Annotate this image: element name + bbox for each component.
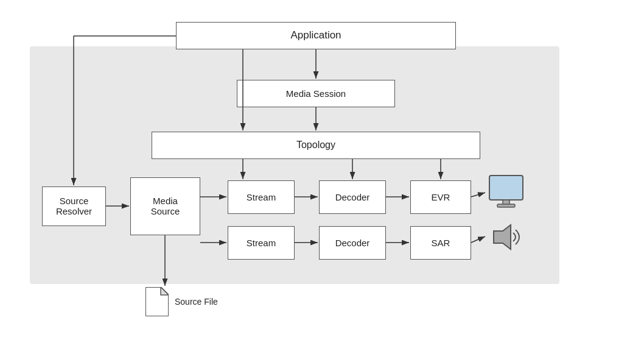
source-resolver-box: Source Resolver [42,186,106,226]
application-box: Application [176,22,456,49]
sar-box: SAR [410,226,471,260]
svg-rect-2 [497,204,515,207]
svg-marker-5 [161,287,169,295]
svg-rect-0 [489,176,523,200]
evr-box: EVR [410,180,471,214]
stream1-box: Stream [228,180,295,214]
decoder2-box: Decoder [319,226,386,260]
media-source-box: Media Source [130,177,200,235]
speaker-icon [488,222,521,249]
svg-marker-3 [494,225,511,249]
decoder1-box: Decoder [319,180,386,214]
topology-box: Topology [152,132,480,159]
source-file-icon: Source File [145,287,218,316]
media-session-box: Media Session [237,80,395,107]
diagram: Application Media Session Topology Sourc… [12,10,632,339]
source-file-label: Source File [175,297,218,307]
stream2-box: Stream [228,226,295,260]
monitor-icon [486,174,523,208]
